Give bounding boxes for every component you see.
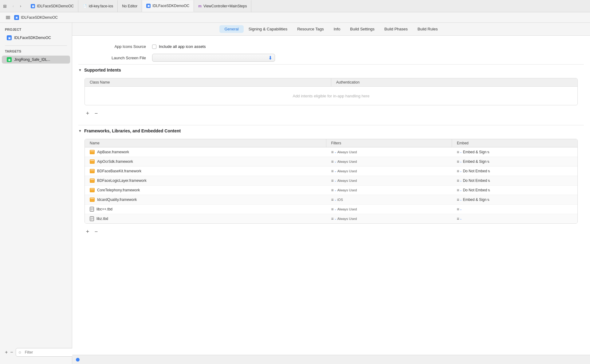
fw-row-1[interactable]: AipOcrSdk.framework ≡ ⌄ Always Used ≡ ⌄ … [85,157,577,166]
embed-dropdown-0[interactable]: ≡ ⌄ Embed & Sign ⇅ [457,150,490,155]
fw-row-7[interactable]: libz.tbd ≡ ⌄ Always Used ≡ ⌄ [85,214,577,223]
embed-dropdown-7[interactable]: ≡ ⌄ [457,216,462,221]
framework-icon [90,169,95,173]
embed-dropdown-4[interactable]: ≡ ⌄ Do Not Embed ⇅ [457,188,490,193]
project-item-label: IDLFaceSDKDemoOC [14,36,51,40]
filter-value-5: iOS [337,198,343,202]
tab-project[interactable]: ▣ IDLFaceSDKDemoOC [26,0,78,12]
tab-buildphases[interactable]: Build Phases [380,25,413,33]
embed-filter-arrow-1: ⌄ [460,160,462,163]
embed-filter-icon-6: ≡ [457,207,459,212]
filter-dropdown-1[interactable]: ≡ ⌄ Always Used [331,159,357,164]
sidebar-divider [5,45,67,46]
sidebar-item-project[interactable]: ▣ IDLFaceSDKDemoOC [2,34,70,42]
fw-cell-name-0: AipBase.framework [85,148,326,156]
filter-dropdown-6[interactable]: ≡ ⌄ Always Used [331,207,357,212]
embed-filter-arrow-0: ⌄ [460,151,462,154]
content-area: General Signing & Capabilities Resource … [72,23,590,364]
embed-arrows-icon-3: ⇅ [488,179,490,182]
fw-row-3[interactable]: BDFaceLogicLayer.framework ≡ ⌄ Always Us… [85,176,577,186]
filter-dropdown-4[interactable]: ≡ ⌄ Always Used [331,188,357,193]
embed-filter-arrow-3: ⌄ [460,179,462,182]
embed-filter-icon-2: ≡ [457,169,459,174]
tab-resource[interactable]: Resource Tags [292,25,328,33]
embed-filter-icon-4: ≡ [457,188,459,193]
fw-cell-filters-4: ≡ ⌄ Always Used [326,186,452,195]
fw-remove-button[interactable]: − [93,229,99,235]
filter-arrow-2: ⌄ [334,170,337,173]
back-button[interactable]: ‹ [10,3,17,10]
status-dot [76,358,80,362]
filter-value-4: Always Used [337,188,357,192]
fw-row-0[interactable]: AipBase.framework ≡ ⌄ Always Used ≡ ⌄ Em… [85,147,577,157]
svg-rect-7 [90,153,94,153]
fw-row-4[interactable]: CoreTelephony.framework ≡ ⌄ Always Used … [85,186,577,195]
tab-info[interactable]: Info [329,25,345,33]
frameworks-header[interactable]: ▼ Frameworks, Libraries, and Embedded Co… [72,125,590,136]
intent-add-button[interactable]: + [85,110,91,116]
launch-screen-dropdown[interactable]: ⬇ [152,54,275,62]
sidebar-item-target[interactable]: ◉ JingRong_Safe_IDL... [2,56,70,64]
targets-section-label: TARGETS [0,49,72,56]
embed-arrows-icon-1: ⇅ [487,160,490,163]
fw-cell-name-7: libz.tbd [85,214,326,223]
filter-dropdown-3[interactable]: ≡ ⌄ Always Used [331,178,357,183]
embed-dropdown-3[interactable]: ≡ ⌄ Do Not Embed ⇅ [457,178,490,183]
tab-icon-idlface2: ▣ [146,4,151,8]
fw-cell-filters-5: ≡ ⌄ iOS [326,195,452,204]
filter-icon-1: ≡ [331,159,334,164]
embed-dropdown-5[interactable]: ≡ ⌄ Embed & Sign ⇅ [457,197,490,202]
fw-name-4: CoreTelephony.framework [97,188,140,192]
embed-filter-arrow-5: ⌄ [460,198,462,201]
tab-buildsettings[interactable]: Build Settings [345,25,380,33]
forward-button[interactable]: › [17,3,24,10]
filter-dropdown-5[interactable]: ≡ ⌄ iOS [331,197,343,202]
filter-dropdown-2[interactable]: ≡ ⌄ Always Used [331,169,357,174]
tab-viewcontroller[interactable]: m ViewController+MainSteps [194,0,251,12]
svg-rect-19 [90,179,94,180]
frameworks-section: ▼ Frameworks, Libraries, and Embedded Co… [72,125,590,237]
add-target-button[interactable]: + [5,349,8,355]
embed-arrows-icon-0: ⇅ [487,151,490,154]
filter-dropdown-0[interactable]: ≡ ⌄ Always Used [331,150,357,155]
embed-dropdown-2[interactable]: ≡ ⌄ Do Not Embed ⇅ [457,169,490,174]
project-icon: ▣ [7,35,12,40]
app-icons-checkbox[interactable] [152,45,156,49]
filter-icon-2: ≡ [331,169,334,174]
filter-icon-3: ≡ [331,178,334,183]
tab-buildrules[interactable]: Build Rules [413,25,443,33]
filter-arrow-4: ⌄ [334,189,337,192]
svg-rect-27 [90,191,94,191]
fw-add-button[interactable]: + [85,229,91,235]
svg-rect-8 [90,160,94,163]
filter-arrow-0: ⌄ [334,151,337,154]
filter-value-3: Always Used [337,179,357,182]
sidebar-toggle-button[interactable] [4,13,12,22]
breadcrumb-icon: ▣ [14,15,19,20]
intent-col-classname: Class Name [85,78,331,86]
fw-row-6[interactable]: libc++.tbd ≡ ⌄ Always Used ≡ ⌄ [85,205,577,214]
tab-noeditor[interactable]: No Editor [118,0,142,12]
svg-rect-10 [90,161,94,161]
svg-rect-21 [90,181,94,181]
tab-idlface2[interactable]: ▣ IDLFaceSDKDemoOC [142,0,194,12]
tab-idlkey[interactable]: 📄 idl-key.face-ios [78,0,118,12]
fw-cell-embed-7: ≡ ⌄ [452,214,577,223]
embed-dropdown-1[interactable]: ≡ ⌄ Embed & Sign ⇅ [457,159,490,164]
filter-arrow-6: ⌄ [334,208,337,211]
intent-remove-button[interactable]: − [93,110,99,116]
filter-dropdown-7[interactable]: ≡ ⌄ Always Used [331,216,357,221]
embed-arrows-icon-4: ⇅ [488,189,490,192]
remove-target-button[interactable]: − [10,349,13,355]
supported-intents-header[interactable]: ▼ Supported Intents [72,65,590,76]
tab-general[interactable]: General [219,25,243,33]
main-layout: PROJECT ▣ IDLFaceSDKDemoOC TARGETS ◉ Jin… [0,23,590,364]
window-grid-icon[interactable]: ⊞ [2,4,7,9]
filter-input[interactable] [22,349,73,355]
fw-row-5[interactable]: IdcardQuality.framework ≡ ⌄ iOS ≡ ⌄ Embe… [85,195,577,205]
tab-signing[interactable]: Signing & Capabilities [244,25,292,33]
fw-cell-embed-2: ≡ ⌄ Do Not Embed ⇅ [452,166,577,176]
scroll-content[interactable]: App Icons Source Include all app icon as… [72,36,590,355]
fw-row-2[interactable]: BDFaceBaseKit.framework ≡ ⌄ Always Used … [85,166,577,176]
embed-dropdown-6[interactable]: ≡ ⌄ [457,207,462,212]
